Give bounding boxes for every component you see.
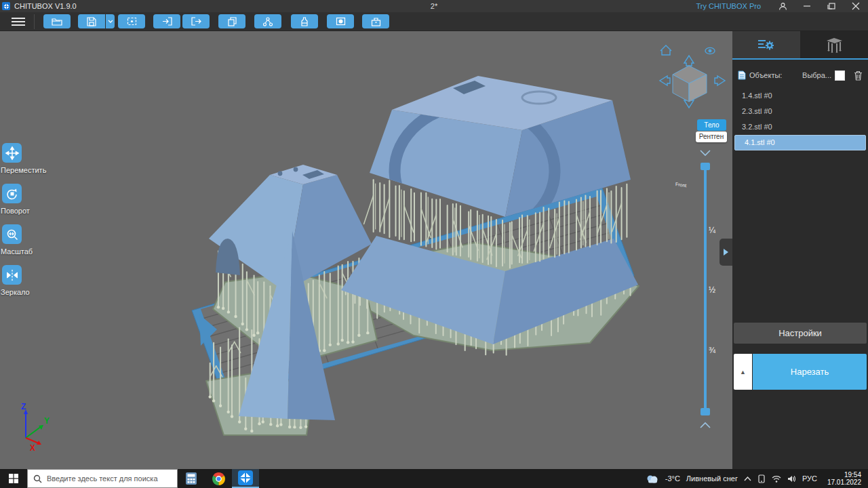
3d-viewport[interactable]: Z Y X [0,31,732,469]
menu-button[interactable] [7,14,30,29]
chrome-icon [212,472,225,485]
panel-expander-button[interactable] [719,239,732,266]
chitubox-window: CHITUBOX V1.9.0 2* Try CHITUBOX Pro [0,0,868,488]
rotate-icon[interactable] [2,184,22,203]
support-icon [824,37,844,53]
tray-volume-icon[interactable] [787,475,796,483]
clock-time: 19:54 [827,471,861,479]
mirror-icon[interactable] [2,265,22,285]
chitubox-taskbar-icon [238,470,253,485]
maximize-button[interactable] [819,0,844,12]
hollow-button[interactable] [327,14,354,28]
slice-options-button[interactable]: ▲ [734,354,752,390]
taskbar-app-calculator[interactable] [178,469,205,488]
main-toolbar [0,12,868,31]
calculator-icon [184,472,198,485]
slider-label-three-quarter: ¾ [709,346,715,355]
settings-button[interactable]: Настройки [734,323,867,344]
svg-text:Z: Z [21,402,26,411]
tab-slice-settings[interactable] [732,31,800,58]
selected-label: Выбра... [802,71,831,79]
windows-taskbar: -3°C Ливневый снег РУС 19:54 17.01.2022 [0,469,868,488]
start-button[interactable] [0,469,27,488]
axis-indicator: Z Y X [21,402,50,453]
language-indicator[interactable]: РУС [802,474,817,483]
tray-network-icon[interactable] [772,475,781,483]
minimize-button[interactable] [795,0,819,12]
taskbar-search[interactable] [27,469,178,488]
objects-label: Объекты: [749,71,782,79]
open-file-button[interactable] [43,14,71,28]
list-item[interactable]: 4.1.stl #0 [734,135,866,150]
svg-text:Y: Y [44,416,50,426]
3d-scene[interactable]: Z Y X [0,31,732,469]
home-view-icon[interactable] [660,45,671,55]
toolbar-separator [34,14,35,29]
view-mode-body-button[interactable]: Тело [697,119,726,131]
titlebar: CHITUBOX V1.9.0 2* Try CHITUBOX Pro [0,0,868,12]
taskbar-app-chrome[interactable] [205,469,232,488]
select-all-checkbox[interactable] [835,70,845,81]
rotate-right-arrow[interactable] [715,76,725,85]
search-icon [33,474,42,483]
slider-bottom-chevron-icon[interactable] [701,423,710,428]
weather-temperature[interactable]: -3°C [665,474,680,483]
perspective-eye-icon[interactable] [705,47,715,54]
layer-slider-track[interactable] [704,167,707,412]
tab-support[interactable] [800,31,868,58]
svg-text:X: X [30,443,35,453]
object-list: 1.4.stl #02.3.stl #03.2.stl #04.1.stl #0 [732,88,868,150]
weather-icon[interactable] [646,474,659,484]
taskbar-clock[interactable]: 19:54 17.01.2022 [823,471,865,486]
move-icon[interactable] [2,143,22,163]
rotate-left-arrow[interactable] [660,76,670,85]
slice-settings-icon [757,37,775,52]
account-icon[interactable] [770,0,795,12]
delete-trash-icon[interactable] [854,70,863,81]
slice-button[interactable]: Нарезать [753,354,867,390]
taskbar-app-chitubox[interactable] [232,469,259,488]
windows-logo-icon [9,474,18,483]
right-panel: Объекты: Выбра... 1.4.stl #02.3.stl #03.… [732,31,868,469]
tray-device-icon[interactable] [757,474,766,483]
export-button[interactable] [182,14,210,28]
resin-button[interactable] [291,14,318,28]
import-button[interactable] [153,14,180,28]
save-options-chevron[interactable] [106,14,115,28]
svg-text:Front: Front [675,182,686,188]
support-network-button[interactable] [254,14,281,28]
save-button[interactable] [78,14,105,28]
scale-icon[interactable] [2,224,22,244]
clock-date: 17.01.2022 [827,479,861,486]
list-item[interactable]: 3.2.stl #0 [732,119,868,135]
slider-label-quarter: ¼ [709,226,715,235]
weather-condition[interactable]: Ливневый снег [686,474,738,483]
select-region-button[interactable] [118,14,145,28]
layer-slider-handle-top[interactable] [701,163,710,170]
slider-top-chevron-icon[interactable] [701,150,710,155]
search-input[interactable] [47,474,169,483]
list-item[interactable]: 1.4.stl #0 [732,88,868,104]
list-item[interactable]: 2.3.stl #0 [732,104,868,119]
view-navigation: Front Right [660,31,725,188]
slider-label-half: ½ [709,285,715,295]
dig-hole-button[interactable] [362,14,389,28]
rotate-up-arrow[interactable] [684,56,694,66]
panel-tabs [732,31,868,60]
close-button[interactable] [844,0,868,12]
layer-slider-handle-bottom[interactable] [701,408,710,415]
copy-button[interactable] [218,14,245,28]
try-pro-link[interactable]: Try CHITUBOX Pro [696,2,761,10]
objects-document-icon [738,70,746,80]
view-mode-xray-button[interactable]: Рентген [696,131,727,142]
tray-chevron-up-icon[interactable] [744,476,751,481]
